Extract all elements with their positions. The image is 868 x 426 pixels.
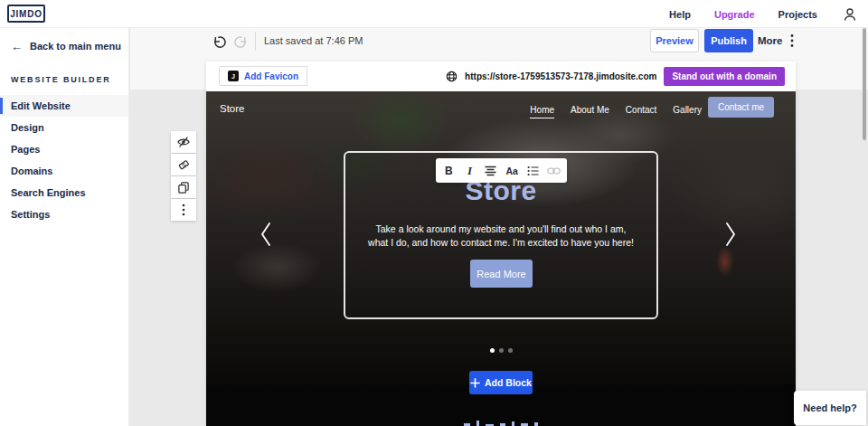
need-help-button[interactable]: Need help? [794, 391, 866, 425]
projects-link[interactable]: Projects [778, 9, 817, 20]
site-url: https://store-1759513573-7178.jimdosite.… [465, 71, 656, 81]
add-block-button[interactable]: Add Block [469, 371, 533, 394]
kebab-menu-icon [182, 204, 185, 216]
next-section-text-peek [464, 421, 538, 426]
help-link[interactable]: Help [669, 9, 691, 20]
last-saved-status: Last saved at 7:46 PM [264, 35, 363, 46]
globe-icon [446, 71, 458, 82]
block-more-options-button[interactable] [171, 199, 196, 221]
jimdo-website-builder: JIMDO Help Upgrade Projects ← Back to ma… [0, 0, 868, 426]
sidebar-item-design[interactable]: Design [0, 117, 128, 138]
nav-item-about-me[interactable]: About Me [571, 105, 609, 118]
plus-icon [470, 378, 480, 388]
add-favicon-button[interactable]: J Add Favicon [219, 66, 307, 86]
font-icon[interactable]: Aa [504, 163, 520, 179]
toolbar-divider [255, 32, 256, 51]
list-icon[interactable] [524, 163, 541, 179]
sidebar-items: Edit Website Design Pages Domains Search… [0, 95, 128, 225]
back-to-main-menu[interactable]: ← Back to main menu [0, 28, 128, 52]
slideshow-next-arrow[interactable] [723, 221, 740, 248]
bold-icon[interactable]: B [440, 163, 457, 179]
scrollbar-thumb[interactable] [863, 28, 866, 140]
add-favicon-label: Add Favicon [244, 71, 298, 81]
read-more-button[interactable]: Read More [470, 260, 533, 288]
nav-item-gallery[interactable]: Gallery [673, 105, 702, 118]
nav-item-home[interactable]: Home [530, 105, 554, 118]
site-url-group: https://store-1759513573-7178.jimdosite.… [446, 66, 785, 86]
upgrade-link[interactable]: Upgrade [714, 9, 755, 20]
site-brand[interactable]: Store [220, 103, 245, 114]
publish-button[interactable]: Publish [704, 29, 753, 52]
slideshow-prev-arrow[interactable] [259, 221, 275, 248]
pagination-dot-1[interactable] [490, 348, 495, 353]
stand-out-domain-button[interactable]: Stand out with a domain [664, 67, 785, 86]
site-nav: Home About Me Contact Gallery [530, 105, 702, 118]
block-toolbar [171, 131, 196, 221]
kebab-menu-icon [790, 33, 794, 48]
style-icon [177, 158, 191, 172]
sidebar-section-title: WEBSITE BUILDER [0, 52, 128, 84]
account-avatar-icon[interactable] [841, 5, 859, 24]
sidebar: ← Back to main menu WEBSITE BUILDER Edit… [0, 28, 129, 426]
copy-icon [177, 181, 190, 194]
hero-body-text[interactable]: Take a look around my website and you'll… [365, 222, 637, 249]
redo-button[interactable] [230, 31, 253, 52]
preview-button[interactable]: Preview [650, 29, 699, 52]
favicon-bar: J Add Favicon https://store-1759513573-7… [206, 62, 796, 91]
style-block-button[interactable] [171, 154, 196, 175]
site-preview-frame: J Add Favicon https://store-1759513573-7… [206, 62, 796, 426]
hide-block-button[interactable] [171, 131, 196, 153]
hero-section: Store Home About Me Contact Gallery Cont… [206, 91, 796, 384]
sidebar-item-domains[interactable]: Domains [0, 160, 128, 182]
align-center-icon[interactable] [483, 163, 499, 179]
link-icon[interactable] [546, 163, 562, 179]
more-button[interactable]: More [758, 29, 794, 52]
more-label: More [758, 35, 782, 46]
sidebar-item-pages[interactable]: Pages [0, 138, 128, 160]
top-bar: JIMDO Help Upgrade Projects [0, 0, 868, 28]
back-arrow-icon: ← [11, 42, 23, 52]
pagination-dot-2[interactable] [499, 348, 504, 353]
italic-icon[interactable]: I [462, 163, 478, 179]
sidebar-item-search-engines[interactable]: Search Engines [0, 182, 128, 204]
favicon-placeholder-icon: J [228, 71, 239, 81]
sidebar-item-edit-website[interactable]: Edit Website [0, 95, 128, 117]
jimdo-logo[interactable]: JIMDO [7, 5, 45, 23]
contact-me-button[interactable]: Contact me [708, 97, 774, 118]
back-label: Back to main menu [30, 41, 121, 52]
slideshow-pagination [206, 348, 796, 353]
duplicate-block-button[interactable] [171, 176, 196, 198]
pagination-dot-3[interactable] [508, 348, 513, 353]
undo-button[interactable] [206, 31, 230, 52]
nav-item-contact[interactable]: Contact [626, 105, 656, 118]
eye-slash-icon [176, 136, 191, 148]
sidebar-item-settings[interactable]: Settings [0, 204, 128, 225]
text-format-toolbar: B I Aa [436, 158, 567, 183]
add-block-label: Add Block [485, 377, 532, 388]
top-nav: Help Upgrade Projects [669, 0, 859, 28]
